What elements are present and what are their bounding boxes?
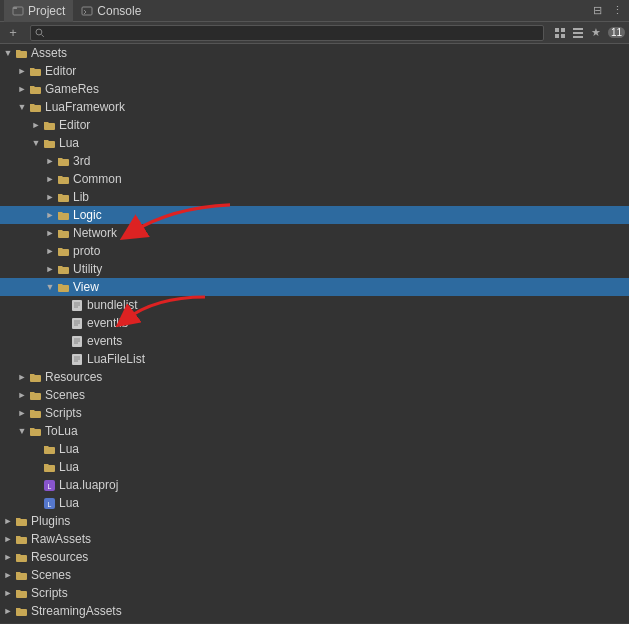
tree-item-gameres[interactable]: GameRes bbox=[0, 80, 629, 98]
console-icon bbox=[81, 5, 93, 17]
file-icon-events bbox=[70, 334, 84, 348]
tree-item-scenes[interactable]: Scenes bbox=[0, 386, 629, 404]
tree-item-streamingassets[interactable]: StreamingAssets bbox=[0, 602, 629, 620]
arrow-assets[interactable] bbox=[2, 47, 14, 59]
label-bundlelist: bundlelist bbox=[87, 298, 138, 312]
tree-item-scripts[interactable]: Scripts bbox=[0, 404, 629, 422]
tree-item-scripts2[interactable]: Scripts bbox=[0, 584, 629, 602]
search-icon bbox=[35, 28, 45, 38]
tree-item-common[interactable]: Common bbox=[0, 170, 629, 188]
arrow-resources2[interactable] bbox=[2, 551, 14, 563]
tree-item-lua[interactable]: Lua bbox=[0, 134, 629, 152]
svg-rect-2 bbox=[82, 7, 92, 15]
arrow-lf_editor[interactable] bbox=[30, 119, 42, 131]
folder-icon-logic bbox=[56, 208, 70, 222]
tree-item-lib[interactable]: Lib bbox=[0, 188, 629, 206]
tree-item-scenes2[interactable]: Scenes bbox=[0, 566, 629, 584]
label-plugins: Plugins bbox=[31, 514, 70, 528]
arrow-resources[interactable] bbox=[16, 371, 28, 383]
file-tree-panel[interactable]: Assets Editor GameRes LuaFramework Edito… bbox=[0, 44, 629, 623]
tree-item-proto[interactable]: proto bbox=[0, 242, 629, 260]
search-input[interactable] bbox=[45, 27, 539, 39]
tab-console[interactable]: Console bbox=[73, 0, 149, 22]
tree-item-plugins[interactable]: Plugins bbox=[0, 512, 629, 530]
arrow-rawassets[interactable] bbox=[2, 533, 14, 545]
tree-item-view[interactable]: View bbox=[0, 278, 629, 296]
star-icon[interactable]: ★ bbox=[588, 25, 604, 41]
label-network: Network bbox=[73, 226, 117, 240]
svg-text:L: L bbox=[47, 500, 51, 507]
folder-icon-tolua_lua2 bbox=[42, 460, 56, 474]
arrow-lua[interactable] bbox=[30, 137, 42, 149]
label-tolua: ToLua bbox=[45, 424, 78, 438]
arrow-common[interactable] bbox=[44, 173, 56, 185]
tree-item-lf_editor[interactable]: Editor bbox=[0, 116, 629, 134]
label-luafilelist: LuaFileList bbox=[87, 352, 145, 366]
folder-icon-proto bbox=[56, 244, 70, 258]
tree-item-logic[interactable]: Logic bbox=[0, 206, 629, 224]
add-button[interactable]: + bbox=[4, 24, 22, 42]
list-toggle-btn[interactable] bbox=[570, 25, 586, 41]
tree-item-network[interactable]: Network bbox=[0, 224, 629, 242]
special-file-icon-lua_luaproj: L bbox=[42, 478, 56, 492]
tree-item-resources2[interactable]: Resources bbox=[0, 548, 629, 566]
arrow-editor[interactable] bbox=[16, 65, 28, 77]
tree-item-lua_file[interactable]: L Lua bbox=[0, 494, 629, 512]
tree-item-events[interactable]: events bbox=[0, 332, 629, 350]
tree-item-utility[interactable]: Utility bbox=[0, 260, 629, 278]
folder-icon-editor bbox=[28, 64, 42, 78]
folder-icon-rawassets bbox=[14, 532, 28, 546]
tree-item-tolua[interactable]: ToLua bbox=[0, 422, 629, 440]
arrow-scripts2[interactable] bbox=[2, 587, 14, 599]
arrow-tolua[interactable] bbox=[16, 425, 28, 437]
folder-icon-lib bbox=[56, 190, 70, 204]
folder-icon-network bbox=[56, 226, 70, 240]
arrow-luaframework[interactable] bbox=[16, 101, 28, 113]
label-editor: Editor bbox=[45, 64, 76, 78]
arrow-lib[interactable] bbox=[44, 191, 56, 203]
arrow-network[interactable] bbox=[44, 227, 56, 239]
label-resources2: Resources bbox=[31, 550, 88, 564]
tree-item-tolua_lua2[interactable]: Lua bbox=[0, 458, 629, 476]
tree-item-tolua_lua1[interactable]: Lua bbox=[0, 440, 629, 458]
tree-item-assets[interactable]: Assets bbox=[0, 44, 629, 62]
tree-item-output_log[interactable]: output_log bbox=[0, 620, 629, 623]
arrow-3rd[interactable] bbox=[44, 155, 56, 167]
arrow-streamingassets[interactable] bbox=[2, 605, 14, 617]
arrow-utility[interactable] bbox=[44, 263, 56, 275]
label-scripts2: Scripts bbox=[31, 586, 68, 600]
arrow-gameres[interactable] bbox=[16, 83, 28, 95]
label-lua_file: Lua bbox=[59, 496, 79, 510]
tree-item-luaframework[interactable]: LuaFramework bbox=[0, 98, 629, 116]
tree-item-lua_luaproj[interactable]: L Lua.luaproj bbox=[0, 476, 629, 494]
folder-icon-scripts bbox=[28, 406, 42, 420]
arrow-proto[interactable] bbox=[44, 245, 56, 257]
arrow-logic[interactable] bbox=[44, 209, 56, 221]
lock-icon[interactable]: ⊟ bbox=[589, 3, 605, 19]
label-gameres: GameRes bbox=[45, 82, 99, 96]
badge-count: 11 bbox=[608, 27, 625, 38]
arrow-scenes2[interactable] bbox=[2, 569, 14, 581]
svg-text:L: L bbox=[47, 482, 51, 489]
arrow-scripts[interactable] bbox=[16, 407, 28, 419]
tree-item-resources[interactable]: Resources bbox=[0, 368, 629, 386]
folder-icon-3rd bbox=[56, 154, 70, 168]
tab-project[interactable]: Project bbox=[4, 0, 73, 22]
tree-item-3rd[interactable]: 3rd bbox=[0, 152, 629, 170]
tree-item-editor[interactable]: Editor bbox=[0, 62, 629, 80]
tree-item-rawassets[interactable]: RawAssets bbox=[0, 530, 629, 548]
arrow-scenes[interactable] bbox=[16, 389, 28, 401]
label-scenes2: Scenes bbox=[31, 568, 71, 582]
tree-item-luafilelist[interactable]: LuaFileList bbox=[0, 350, 629, 368]
tree-item-bundlelist[interactable]: bundlelist bbox=[0, 296, 629, 314]
view-toggle-btn[interactable] bbox=[552, 25, 568, 41]
label-output_log: output_log bbox=[31, 622, 87, 623]
arrow-plugins[interactable] bbox=[2, 515, 14, 527]
arrow-view[interactable] bbox=[44, 281, 56, 293]
svg-rect-5 bbox=[555, 28, 559, 32]
folder-icon-gameres bbox=[28, 82, 42, 96]
settings-icon[interactable]: ⋮ bbox=[609, 3, 625, 19]
label-utility: Utility bbox=[73, 262, 102, 276]
project-icon bbox=[12, 5, 24, 17]
tree-item-eventlib[interactable]: eventlib bbox=[0, 314, 629, 332]
